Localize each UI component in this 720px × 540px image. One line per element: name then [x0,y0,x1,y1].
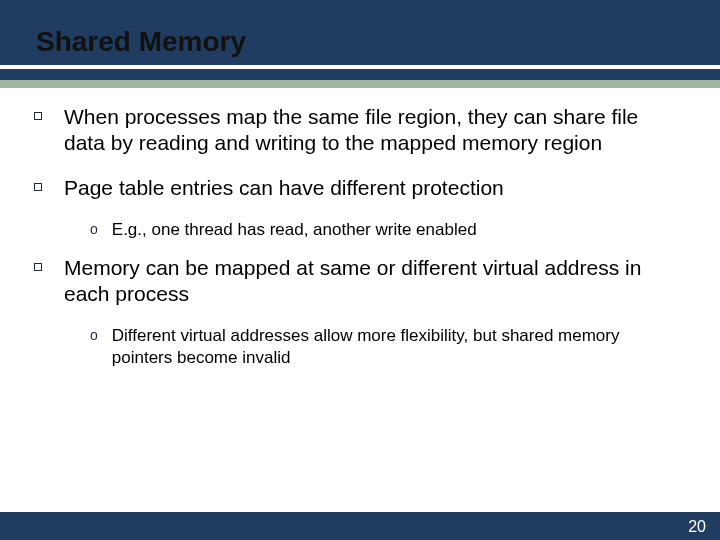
sub-bullet-text: Different virtual addresses allow more f… [112,325,680,369]
content-area: When processes map the same file region,… [34,104,680,384]
footer-band: 20 [0,512,720,540]
bullet-item: Memory can be mapped at same or differen… [34,255,680,308]
divider-white [0,65,720,69]
sub-bullet-item: o Different virtual addresses allow more… [90,325,680,369]
bullet-text: When processes map the same file region,… [64,104,680,157]
page-number: 20 [688,518,706,536]
divider-green [0,80,720,88]
sub-bullet-item: o E.g., one thread has read, another wri… [90,219,680,241]
square-bullet-icon [34,263,42,271]
square-bullet-icon [34,112,42,120]
square-bullet-icon [34,183,42,191]
bullet-item: When processes map the same file region,… [34,104,680,157]
circle-bullet-icon: o [90,327,98,343]
slide-title: Shared Memory [36,26,246,58]
bullet-item: Page table entries can have different pr… [34,175,680,201]
slide: Shared Memory When processes map the sam… [0,0,720,540]
circle-bullet-icon: o [90,221,98,237]
bullet-text: Memory can be mapped at same or differen… [64,255,680,308]
bullet-text: Page table entries can have different pr… [64,175,504,201]
sub-bullet-text: E.g., one thread has read, another write… [112,219,477,241]
